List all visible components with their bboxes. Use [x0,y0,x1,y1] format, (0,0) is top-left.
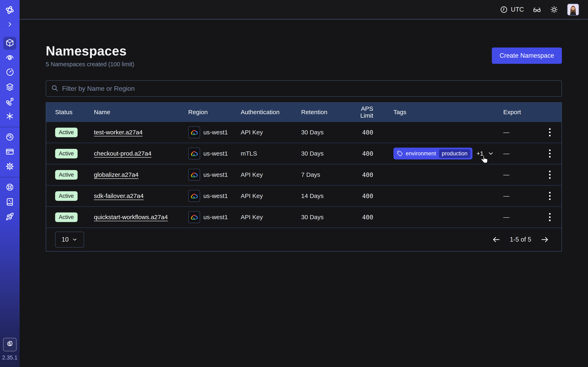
temporal-logo-icon [5,5,15,15]
aps-limit-value: 400 [362,171,373,178]
retention-value: 30 Days [301,129,348,136]
namespace-link[interactable]: checkout-prod.a27a4 [94,150,151,157]
arrow-left-icon [492,235,501,244]
row-menu-button[interactable] [547,147,553,160]
namespace-link[interactable]: test-worker.a27a4 [94,129,143,136]
row-menu-button[interactable] [547,211,553,223]
app-version: 2.35.1 [2,355,17,361]
sidebar-expand-button[interactable] [6,21,13,28]
cube-icon [6,39,14,48]
auth-method: API Key [241,214,301,221]
sidebar: 2.35.1 [0,0,20,367]
aps-limit-value: 400 [362,129,373,136]
column-header-aps-limit: APS Limit [348,105,373,119]
retention-value: 30 Days [301,214,348,221]
rocket-icon [6,212,14,222]
auth-method: API Key [241,171,301,178]
google-cloud-icon [188,126,200,138]
column-header-retention: Retention [301,109,348,116]
timezone-label: UTC [511,6,524,13]
export-value: — [503,192,538,200]
row-menu-button[interactable] [547,126,553,138]
export-value: — [503,171,538,178]
region-label: us-west1 [203,192,228,200]
sidebar-item-get-started[interactable] [3,210,16,224]
sidebar-item-billing[interactable] [3,146,16,159]
retention-value: 7 Days [301,171,348,178]
sidebar-item-docs[interactable] [3,196,16,209]
sidebar-divider-2 [0,177,20,177]
sidebar-item-support[interactable] [3,181,16,194]
billing-badge-button[interactable] [3,338,17,351]
namespace-link[interactable]: sdk-failover.a27a4 [94,192,144,199]
auth-method: API Key [241,192,301,200]
status-badge: Active [55,212,78,222]
tag-key: environment [406,150,436,157]
aps-limit-value: 400 [362,214,373,221]
table-row[interactable]: Active quickstart-workflows.a27a4 us-wes… [46,206,562,227]
export-value: — [503,150,538,157]
page-title: Namespaces [46,43,134,58]
filter-bar [46,80,562,97]
topbar: UTC [20,0,588,20]
page-size-value: 10 [62,236,69,243]
table-footer: 10 1-5 of 5 [46,227,562,251]
layers-icon [6,83,14,92]
retention-value: 14 Days [301,192,348,200]
column-header-status: Status [46,109,94,116]
sidebar-item-5[interactable] [3,95,16,108]
table-row[interactable]: Active globalizer.a27a4 us-west1 API Key… [46,164,562,185]
pagination-range: 1-5 of 5 [510,236,531,243]
tag-pill[interactable]: environment production [393,148,472,159]
avatar[interactable] [567,4,579,16]
aps-limit-value: 400 [362,192,373,200]
eye-icon [6,53,14,63]
gear-icon [6,162,14,171]
timezone-selector[interactable]: UTC [500,6,524,14]
create-namespace-button[interactable]: Create Namespace [492,48,562,64]
row-menu-button[interactable] [547,169,553,181]
namespace-link[interactable]: globalizer.a27a4 [94,171,139,178]
table-row[interactable]: Active sdk-failover.a27a4 us-west1 API K… [46,185,562,206]
book-icon [6,198,14,207]
sidebar-item-4[interactable] [3,81,16,94]
sidebar-item-settings[interactable] [3,160,16,173]
sidebar-item-6[interactable] [3,110,16,123]
asterisk-icon [6,112,14,121]
glasses-icon[interactable] [533,6,541,14]
sun-icon[interactable] [550,6,558,14]
credit-card-icon [6,147,14,157]
lifebuoy-icon [6,183,14,192]
status-badge: Active [55,170,78,180]
namespace-link[interactable]: quickstart-workflows.a27a4 [94,214,168,220]
retention-value: 30 Days [301,150,348,157]
previous-page-button[interactable] [492,235,501,244]
google-cloud-icon [188,169,200,181]
sidebar-item-2[interactable] [3,51,16,64]
google-cloud-icon [188,211,200,223]
filter-input[interactable] [62,85,557,92]
tags-expand-chevron-icon[interactable] [488,150,494,157]
arrow-right-icon [540,235,549,244]
badge-dollar-icon [6,340,14,349]
table-header: Status Name Region Authentication Retent… [46,103,562,122]
sidebar-item-3[interactable] [3,66,16,79]
tag-value: production [439,149,470,158]
auth-method: mTLS [241,150,301,157]
export-value: — [503,214,538,221]
column-header-authentication: Authentication [241,109,301,116]
region-label: us-west1 [203,214,228,221]
page-subtitle: 5 Namespaces created (100 limit) [46,61,134,68]
page-size-select[interactable]: 10 [55,232,84,248]
aps-limit-value: 400 [362,150,373,157]
table-row[interactable]: Active checkout-prod.a27a4 us-west1 mTLS… [46,143,562,164]
tags-cell: environment production +1 [393,148,503,159]
table-row[interactable]: Active test-worker.a27a4 us-west1 API Ke… [46,122,562,143]
sidebar-item-usage[interactable] [3,131,16,144]
sidebar-nav-help [0,181,20,224]
row-menu-button[interactable] [547,190,553,202]
sidebar-divider [0,127,20,127]
next-page-button[interactable] [540,235,549,244]
tag-more-count: +1 [476,150,484,157]
sidebar-item-namespaces[interactable] [3,37,16,50]
